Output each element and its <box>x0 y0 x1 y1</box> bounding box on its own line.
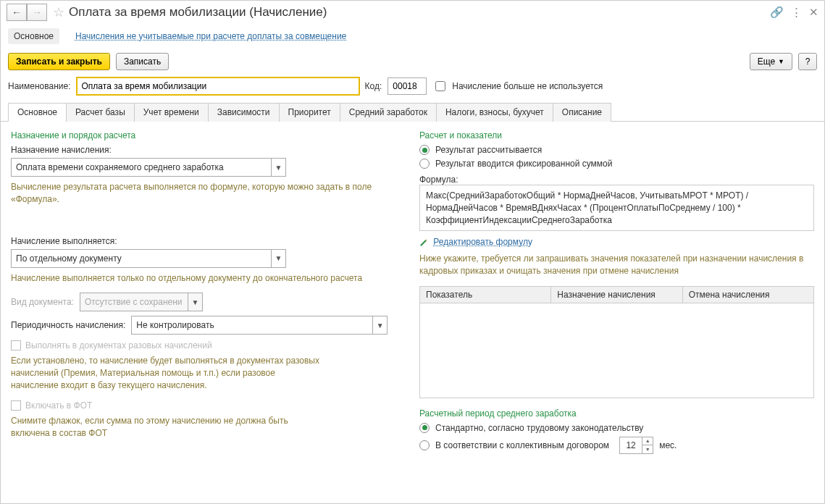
fot-checkbox: Включать в ФОТ <box>11 400 402 411</box>
formula-label: Формула: <box>419 175 814 185</box>
th-indicator: Показатель <box>420 287 551 303</box>
chevron-down-icon: ▼ <box>372 316 387 334</box>
code-input[interactable] <box>388 77 427 95</box>
topnav-main[interactable]: Основное <box>8 28 59 44</box>
avg-period-section: Расчетный период среднего заработка <box>419 408 814 419</box>
topnav-link-accruals[interactable]: Начисления не учитываемые при расчете до… <box>70 28 352 44</box>
fot-note: Снимите флажок, если сумма по этому начи… <box>11 415 301 440</box>
months-spinner[interactable]: 12 ▲ ▼ <box>619 437 653 454</box>
exec-note: Начисление выполняется только по отдельн… <box>11 272 402 285</box>
doctype-label: Вид документа: <box>11 297 74 307</box>
tab-avg-earnings[interactable]: Средний заработок <box>340 103 437 122</box>
tab-description[interactable]: Описание <box>553 103 611 122</box>
checkbox-icon <box>11 340 21 350</box>
radio-icon <box>419 159 430 169</box>
radio-result-fixed[interactable]: Результат вводится фиксированной суммой <box>419 159 814 169</box>
help-button[interactable]: ? <box>798 53 817 70</box>
tab-dependencies[interactable]: Зависимости <box>208 103 280 122</box>
purpose-combo[interactable]: Оплата времени сохраняемого среднего зар… <box>11 158 286 177</box>
save-button[interactable]: Записать <box>116 53 169 70</box>
tab-main[interactable]: Основное <box>8 103 67 122</box>
radio-period-standard[interactable]: Стандартно, согласно трудовому законодат… <box>419 423 814 433</box>
exec-combo[interactable]: По отдельному документу ▼ <box>11 249 286 268</box>
checkbox-icon <box>11 400 21 411</box>
chevron-down-icon: ▼ <box>188 293 202 311</box>
page-title: Оплата за время мобилизации (Начисление) <box>69 5 327 20</box>
nav-forward-button[interactable]: → <box>27 4 47 21</box>
kebab-icon[interactable]: ⋮ <box>791 6 802 19</box>
pencil-icon <box>419 238 428 247</box>
arrow-right-icon: → <box>32 7 42 18</box>
radio-period-collective[interactable]: В соответствии с коллективным договором … <box>419 437 814 454</box>
link-icon[interactable]: 🔗 <box>770 6 784 19</box>
chevron-down-icon: ▼ <box>778 58 784 65</box>
left-section-title: Назначение и порядок расчета <box>11 130 402 140</box>
tab-taxes[interactable]: Налоги, взносы, бухучет <box>436 103 553 122</box>
period-label: Периодичность начисления: <box>11 320 125 330</box>
name-input[interactable] <box>77 77 359 95</box>
not-used-checkbox[interactable]: Начисление больше не используется <box>432 79 603 93</box>
doctype-combo: Отсутствие с сохранени ▼ <box>80 293 203 311</box>
onetime-note: Если установлено, то начисление будет вы… <box>11 355 322 391</box>
table-body[interactable] <box>420 303 813 398</box>
formula-box: Макс(СреднийЗаработокОбщий * НормаДнейЧа… <box>419 185 814 231</box>
chevron-down-icon: ▼ <box>271 159 285 176</box>
radio-icon <box>419 440 430 450</box>
radio-icon <box>419 423 430 433</box>
th-cancel: Отмена начисления <box>683 287 813 303</box>
more-button[interactable]: Еще ▼ <box>750 53 792 70</box>
edit-formula-link[interactable]: Редактировать формулу <box>419 237 814 247</box>
spin-up-icon[interactable]: ▲ <box>642 437 653 445</box>
radio-result-calc[interactable]: Результат рассчитывается <box>419 145 814 155</box>
star-icon[interactable]: ☆ <box>53 4 64 20</box>
th-assign: Назначение начисления <box>551 287 682 303</box>
tab-priority[interactable]: Приоритет <box>279 103 340 122</box>
purpose-label: Назначение начисления: <box>11 145 402 155</box>
arrow-left-icon: ← <box>12 7 22 18</box>
indicators-table: Показатель Назначение начисления Отмена … <box>419 286 814 398</box>
purpose-note: Вычисление результата расчета выполняетс… <box>11 181 402 206</box>
nav-back-button[interactable]: ← <box>7 4 27 21</box>
chevron-down-icon: ▼ <box>271 250 285 267</box>
name-label: Наименование: <box>8 81 71 91</box>
tab-base-calc[interactable]: Расчет базы <box>66 103 135 122</box>
right-section-title: Расчет и показатели <box>419 130 814 140</box>
indicators-hint: Ниже укажите, требуется ли запрашивать з… <box>419 253 814 277</box>
save-close-button[interactable]: Записать и закрыть <box>8 53 110 70</box>
period-combo[interactable]: Не контролировать ▼ <box>131 316 388 335</box>
exec-label: Начисление выполняется: <box>11 236 402 246</box>
spin-down-icon[interactable]: ▼ <box>642 445 653 453</box>
code-label: Код: <box>365 81 382 91</box>
onetime-checkbox: Выполнять в документах разовых начислени… <box>11 340 402 350</box>
tab-time-tracking[interactable]: Учет времени <box>134 103 209 122</box>
close-icon[interactable]: ✕ <box>809 6 818 19</box>
radio-icon <box>419 145 430 155</box>
